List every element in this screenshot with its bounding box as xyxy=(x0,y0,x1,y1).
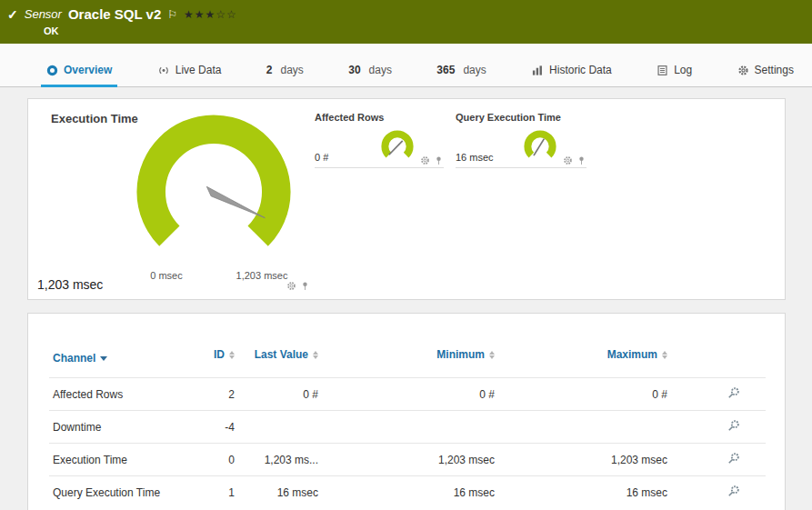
main-content: Execution Time 0 msec 1,203 msec 1,203 m… xyxy=(0,87,812,509)
channels-table: Channel ID Last Value Minimum Maximum Af… xyxy=(49,341,766,508)
gauge-needle xyxy=(206,186,265,217)
overview-donut-icon xyxy=(46,65,58,76)
stars-filled[interactable]: ★★★ xyxy=(184,8,216,21)
star-rating[interactable]: ★★★☆☆ xyxy=(184,8,237,21)
pin-icon[interactable] xyxy=(576,155,586,165)
query-execution-time-gauge-dial xyxy=(520,126,560,166)
execution-time-gauge-dial xyxy=(135,114,292,270)
historic-data-chart-icon xyxy=(531,65,544,76)
gear-icon[interactable] xyxy=(563,155,573,165)
gauge-needle xyxy=(389,141,403,155)
affected-rows-value: 0 # xyxy=(315,152,328,163)
channel-id: 1 xyxy=(195,476,238,509)
channel-name: Query Execution Time xyxy=(49,476,195,509)
affected-rows-title: Affected Rows xyxy=(315,112,444,123)
channel-id: -4 xyxy=(195,411,238,444)
column-header-actions xyxy=(671,341,766,378)
channel-name: Execution Time xyxy=(49,444,195,476)
channel-id: 0 xyxy=(195,444,238,476)
column-header-minimum[interactable]: Minimum xyxy=(322,341,498,378)
live-data-icon xyxy=(157,65,170,76)
pin-icon[interactable] xyxy=(434,155,444,165)
pin-icon[interactable] xyxy=(300,281,310,291)
channel-last-value xyxy=(238,411,322,444)
tab-365-days[interactable]: 365days xyxy=(431,55,491,87)
tab-label: Log xyxy=(674,64,692,76)
channel-last-value: 16 msec xyxy=(238,476,322,509)
sort-active-icon xyxy=(100,356,107,361)
gear-icon[interactable] xyxy=(420,155,430,165)
tab-bar: Overview Live Data 2days 30days 365days … xyxy=(0,44,812,87)
channel-minimum: 16 msec xyxy=(322,476,498,509)
tab-label: Settings xyxy=(755,64,794,76)
table-row: Query Execution Time 1 16 msec 16 msec 1… xyxy=(49,476,766,509)
channel-last-value: 0 # xyxy=(238,378,322,411)
gauge-arc xyxy=(151,129,276,235)
tab-label: Live Data xyxy=(175,64,222,76)
tab-historic-data[interactable]: Historic Data xyxy=(526,55,617,87)
gauge-arc xyxy=(385,134,409,155)
gear-icon xyxy=(737,65,749,76)
channel-name: Downtime xyxy=(49,411,195,444)
execution-time-value: 1,203 msec xyxy=(37,277,103,292)
tab-label: 365 xyxy=(436,64,455,76)
column-header-maximum[interactable]: Maximum xyxy=(498,341,671,378)
tab-label: Historic Data xyxy=(549,64,612,76)
column-header-channel[interactable]: Channel xyxy=(49,341,195,378)
query-execution-time-gauge-block: Query Execution Time 16 msec xyxy=(456,112,586,168)
channel-minimum: 0 # xyxy=(322,378,498,411)
gauge-max-label: 1,203 msec xyxy=(230,270,294,281)
sort-icon xyxy=(662,351,667,359)
channel-settings-icon[interactable] xyxy=(727,419,740,432)
channel-maximum: 1,203 msec xyxy=(498,444,671,476)
channel-settings-icon[interactable] xyxy=(727,485,740,497)
gauge-needle xyxy=(534,139,544,155)
tab-overview[interactable]: Overview xyxy=(41,55,117,87)
sensor-title: Oracle SQL v2 xyxy=(68,6,161,22)
stars-empty[interactable]: ☆☆ xyxy=(216,8,237,21)
column-header-id[interactable]: ID xyxy=(195,341,238,378)
channel-maximum xyxy=(498,411,671,444)
table-row: Affected Rows 2 0 # 0 # 0 # xyxy=(49,378,766,411)
priority-flag-icon[interactable]: ⚐ xyxy=(167,8,177,21)
affected-rows-gauge-dial xyxy=(377,126,417,166)
tab-log[interactable]: Log xyxy=(651,55,697,87)
gauge-min-label: 0 msec xyxy=(139,270,194,281)
tab-label: 2 xyxy=(266,64,273,76)
channel-name: Affected Rows xyxy=(49,378,195,411)
channel-maximum: 16 msec xyxy=(498,476,671,509)
channel-settings-icon[interactable] xyxy=(727,452,740,465)
channel-id: 2 xyxy=(195,378,238,411)
log-icon xyxy=(657,65,668,76)
channel-maximum: 0 # xyxy=(498,378,671,411)
channels-panel: Channel ID Last Value Minimum Maximum Af… xyxy=(27,313,786,510)
tab-2-days[interactable]: 2days xyxy=(261,55,309,87)
tab-label: 30 xyxy=(348,64,360,76)
execution-time-gauge-title: Execution Time xyxy=(51,112,138,125)
channel-last-value: 1,203 ms... xyxy=(238,444,322,476)
sort-icon xyxy=(489,351,495,359)
query-execution-time-title: Query Execution Time xyxy=(456,112,586,123)
sensor-header: ✓ Sensor Oracle SQL v2 ⚐ ★★★☆☆ OK xyxy=(0,0,812,44)
tab-live-data[interactable]: Live Data xyxy=(152,55,227,87)
tab-label: Overview xyxy=(64,64,112,76)
tab-settings[interactable]: Settings xyxy=(732,55,799,87)
sort-icon xyxy=(229,351,235,359)
gauges-panel: Execution Time 0 msec 1,203 msec 1,203 m… xyxy=(27,98,786,300)
table-row: Downtime -4 xyxy=(49,411,766,444)
status-badge: OK xyxy=(44,25,59,36)
status-check-icon: ✓ xyxy=(7,7,18,22)
tab-30-days[interactable]: 30days xyxy=(343,55,397,87)
column-header-last-value[interactable]: Last Value xyxy=(238,341,322,378)
channel-minimum: 1,203 msec xyxy=(322,444,498,476)
sort-icon xyxy=(313,351,318,359)
channel-minimum xyxy=(322,411,498,444)
sensor-kind-label: Sensor xyxy=(25,7,62,21)
channel-settings-icon[interactable] xyxy=(727,386,740,399)
gear-icon[interactable] xyxy=(286,281,296,291)
query-execution-time-value: 16 msec xyxy=(456,152,494,163)
table-row: Execution Time 0 1,203 ms... 1,203 msec … xyxy=(49,444,766,476)
affected-rows-gauge-block: Affected Rows 0 # xyxy=(315,112,444,168)
